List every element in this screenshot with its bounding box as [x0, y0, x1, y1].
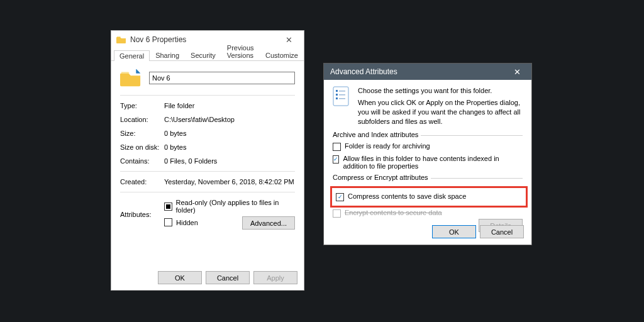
close-icon[interactable]: ✕: [277, 35, 300, 45]
properties-body: Type: File folder Location: C:\Users\fat…: [111, 61, 304, 230]
svg-rect-1: [333, 87, 348, 106]
settings-list-icon: [333, 86, 352, 108]
ok-button[interactable]: OK: [432, 225, 476, 238]
window-title: Nov 6 Properties: [130, 35, 186, 44]
location-label: Location:: [120, 116, 164, 123]
close-icon[interactable]: ✕: [506, 67, 528, 77]
hidden-checkbox[interactable]: Hidden: [164, 216, 198, 228]
checkbox-icon: [333, 209, 341, 218]
attributes-label: Attributes:: [120, 211, 164, 218]
svg-rect-7: [339, 98, 345, 99]
titlebar[interactable]: Advanced Attributes ✕: [324, 64, 531, 80]
created-value: Yesterday, November 6, 2018, 8:42:02 PM: [164, 178, 295, 186]
tab-security[interactable]: Security: [185, 50, 221, 60]
tab-sharing[interactable]: Sharing: [150, 50, 185, 60]
properties-window: Nov 6 Properties ✕ General Sharing Secur…: [111, 30, 304, 291]
tab-previous-versions[interactable]: Previous Versions: [221, 42, 260, 60]
contains-label: Contains:: [120, 157, 164, 165]
svg-rect-2: [336, 90, 338, 92]
index-checkbox[interactable]: ✓ Allow files in this folder to have con…: [333, 155, 523, 170]
highlight-box: ✓ Compress contents to save disk space: [330, 186, 528, 208]
ok-button[interactable]: OK: [158, 271, 202, 284]
size-on-disk-value: 0 bytes: [164, 143, 295, 151]
advanced-button[interactable]: Advanced...: [242, 216, 295, 230]
folder-icon: [116, 35, 126, 45]
type-label: Type:: [120, 102, 164, 109]
checkbox-icon: [164, 218, 172, 226]
checkbox-icon: ✓: [336, 193, 344, 201]
contains-value: 0 Files, 0 Folders: [164, 157, 295, 165]
svg-rect-6: [336, 97, 338, 99]
titlebar[interactable]: Nov 6 Properties ✕: [111, 31, 304, 48]
window-title: Advanced Attributes: [330, 67, 397, 76]
size-value: 0 bytes: [164, 130, 295, 137]
checkbox-icon: [333, 143, 341, 151]
cancel-button[interactable]: Cancel: [480, 225, 524, 238]
svg-rect-4: [336, 94, 338, 96]
advanced-attributes-window: Advanced Attributes ✕ Choose the setting…: [323, 63, 532, 245]
tab-customize[interactable]: Customize: [260, 50, 304, 60]
svg-rect-3: [339, 91, 345, 92]
type-value: File folder: [164, 102, 295, 109]
checkbox-icon: ✓: [333, 155, 339, 164]
tab-strip: General Sharing Security Previous Versio…: [111, 48, 304, 61]
archive-checkbox[interactable]: Folder is ready for archiving: [333, 142, 523, 151]
encrypt-checkbox[interactable]: Encrypt contents to secure data: [333, 209, 523, 218]
compress-checkbox[interactable]: ✓ Compress contents to save disk space: [336, 192, 517, 201]
checkbox-icon: [164, 203, 172, 211]
folder-name-input[interactable]: [149, 72, 295, 84]
svg-rect-5: [339, 94, 345, 96]
cancel-button[interactable]: Cancel: [206, 271, 250, 284]
intro-text: Choose the settings you want for this fo…: [358, 86, 523, 126]
folder-large-icon: [120, 67, 142, 89]
apply-button[interactable]: Apply: [253, 271, 297, 284]
size-label: Size:: [120, 130, 164, 137]
readonly-checkbox[interactable]: Read-only (Only applies to files in fold…: [164, 199, 295, 214]
tab-general[interactable]: General: [114, 50, 150, 61]
created-label: Created:: [120, 178, 164, 186]
size-on-disk-label: Size on disk:: [120, 143, 164, 151]
location-value: C:\Users\fatiw\Desktop: [164, 116, 295, 123]
